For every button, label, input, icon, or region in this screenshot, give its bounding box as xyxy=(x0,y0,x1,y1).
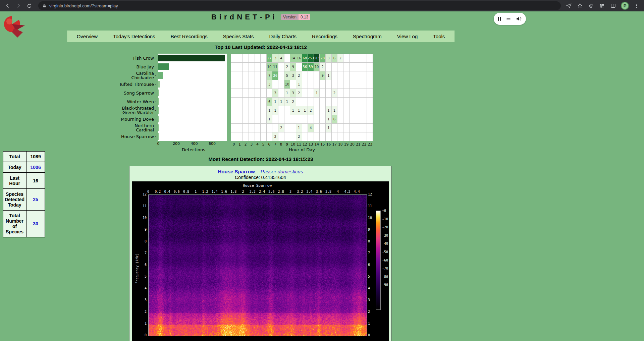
heatmap-cell xyxy=(343,71,349,80)
nav-item-today-s-detections[interactable]: Today's Detections xyxy=(105,31,163,42)
heatmap-cell xyxy=(243,63,249,71)
stats-label: Species Detected Today xyxy=(3,189,26,210)
stats-label: Total xyxy=(3,151,26,162)
heatmap-cell xyxy=(249,71,255,80)
heatmap-cell xyxy=(361,89,367,97)
heatmap-cell xyxy=(332,71,337,80)
detection-bar xyxy=(158,90,159,96)
species-label-text: Song Sparrow xyxy=(124,91,154,95)
freq-tick-right: 0 xyxy=(368,333,378,337)
stats-value[interactable]: 25 xyxy=(26,189,45,210)
detection-species-link[interactable]: House Sparrow: xyxy=(218,169,257,174)
time-tick: 2.8 xyxy=(278,190,284,193)
heatmap-cell xyxy=(343,63,349,71)
db-tick: -40 xyxy=(382,242,389,245)
nav-item-recordings[interactable]: Recordings xyxy=(304,31,345,42)
heatmap-cell xyxy=(261,80,266,89)
bar-track xyxy=(158,106,227,115)
time-tick: 1.4 xyxy=(212,190,218,193)
time-tick: 2.2 xyxy=(250,190,256,193)
bookmark-star-icon[interactable] xyxy=(577,2,583,9)
heatmap-cell: 7 xyxy=(267,71,272,80)
hour-axis-ticks: 01234567891011121314151617181920212223 xyxy=(231,142,373,146)
heatmap-cell: 1 xyxy=(302,106,308,115)
version-label: Version xyxy=(281,14,299,20)
heatmap-cell xyxy=(361,115,367,123)
freq-tick-left: 5 xyxy=(132,275,147,278)
nav-item-spectrogram[interactable]: Spectrogram xyxy=(345,31,389,42)
extensions-icon[interactable] xyxy=(588,2,594,9)
site-lock-icon[interactable] xyxy=(42,4,47,8)
stats-value[interactable]: 30 xyxy=(26,210,45,237)
heatmap-cell: 3 xyxy=(326,54,331,62)
top10-chart: Fish CrowBlue JayCarolinaChickadeeTufted… xyxy=(118,54,373,152)
heatmap-cell xyxy=(261,115,266,123)
heatmap-cell: 11 xyxy=(272,63,278,71)
nav-item-best-recordings[interactable]: Best Recordings xyxy=(163,31,215,42)
heatmap-cell xyxy=(367,54,373,62)
heatmap-cell xyxy=(355,132,361,141)
detection-scientific-name[interactable]: Passer domesticus xyxy=(261,169,303,174)
db-tick: -80 xyxy=(382,275,389,279)
heatmap-cell xyxy=(249,80,255,89)
heatmap-cell xyxy=(308,98,314,106)
db-tick: -60 xyxy=(382,259,389,262)
detections-tick: 600 xyxy=(209,141,216,146)
db-tick: -70 xyxy=(382,267,389,270)
menu-kebab-icon[interactable] xyxy=(633,2,640,9)
heatmap-cell: 3 xyxy=(272,89,278,97)
nav-item-tools[interactable]: Tools xyxy=(425,31,452,42)
heatmap-cell xyxy=(343,89,349,97)
nav-item-daily-charts[interactable]: Daily Charts xyxy=(261,31,304,42)
reload-icon[interactable] xyxy=(25,1,34,10)
db-tick: -90 xyxy=(382,283,389,287)
heatmap-cell: 9 xyxy=(290,63,296,71)
heatmap-cell xyxy=(337,89,343,97)
species-label-text: Fish Crow xyxy=(133,56,154,60)
heatmap-cell xyxy=(296,98,302,106)
species-label: Winter Wren xyxy=(118,97,156,106)
heatmap-cell xyxy=(337,124,343,132)
heatmap-cell xyxy=(237,115,243,123)
forward-icon[interactable] xyxy=(14,1,23,10)
heatmap-cell xyxy=(231,106,237,115)
heatmap-cell: 6 xyxy=(332,54,337,62)
detection-spectrogram: House Sparrow 00.20.40.60.811.21.41.61.8… xyxy=(132,181,389,341)
heatmap-cell: 1 xyxy=(267,115,272,123)
heatmap-cell xyxy=(296,63,302,71)
time-tick: 0.6 xyxy=(174,190,180,193)
heatmap-cell xyxy=(231,80,237,89)
stats-value[interactable]: 1006 xyxy=(26,162,45,173)
detection-bar xyxy=(158,116,159,122)
spectrogram-image xyxy=(148,194,367,336)
nav-item-overview[interactable]: Overview xyxy=(69,31,106,42)
time-tick: 1.6 xyxy=(221,190,227,193)
hour-tick: 14 xyxy=(314,142,320,146)
detection-bar xyxy=(158,133,159,140)
address-bar[interactable]: virginia.birdnetpi.com/?stream=play xyxy=(38,1,561,10)
bar-track xyxy=(158,54,227,62)
heatmap-cell: 3 xyxy=(290,71,296,80)
detections-bar-plot xyxy=(158,54,227,141)
heatmap-cell: 10 xyxy=(284,80,290,89)
hour-tick: 13 xyxy=(308,142,314,146)
nav-item-species-stats[interactable]: Species Stats xyxy=(215,31,262,42)
stats-label: Today xyxy=(3,162,26,173)
heatmap-cell xyxy=(308,71,314,80)
tune-icon[interactable] xyxy=(599,2,605,9)
heatmap-cell xyxy=(290,132,296,141)
heatmap-cell xyxy=(243,80,249,89)
heatmap-cell xyxy=(326,89,331,97)
profile-avatar[interactable]: P xyxy=(621,2,629,10)
heatmap-cell xyxy=(267,124,272,132)
species-label-text: Black-throatedGreen Warbler xyxy=(122,106,154,115)
heatmap-cell xyxy=(350,80,355,89)
species-label: Black-throatedGreen Warbler xyxy=(118,106,156,115)
side-panel-icon[interactable] xyxy=(610,2,616,9)
heatmap-cell xyxy=(278,80,284,89)
heatmap-cell: 1 xyxy=(267,106,272,115)
send-icon[interactable] xyxy=(566,2,572,9)
nav-item-view-log[interactable]: View Log xyxy=(389,31,425,42)
freq-tick-right: 1 xyxy=(368,322,378,325)
back-icon[interactable] xyxy=(3,1,12,10)
